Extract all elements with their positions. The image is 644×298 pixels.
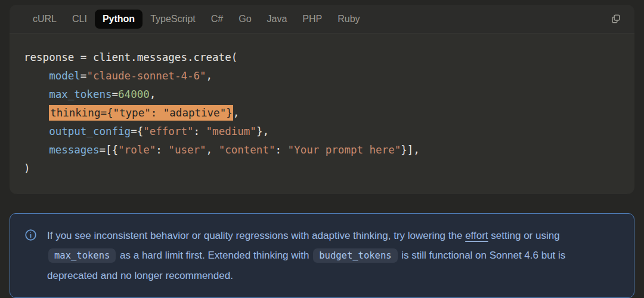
code-token: "Your prompt here" xyxy=(288,144,401,156)
tab-curl[interactable]: cURL xyxy=(25,10,64,29)
code-token: , xyxy=(150,88,156,100)
code-token: }, xyxy=(256,125,269,137)
code-token: = xyxy=(112,88,119,100)
copy-icon xyxy=(610,13,621,24)
code-token: "content" xyxy=(219,144,275,156)
tab-php[interactable]: PHP xyxy=(295,10,330,29)
code-token: : xyxy=(156,144,168,156)
callout-text-segment: setting or using xyxy=(488,230,560,241)
code-token: = xyxy=(80,70,87,82)
code-token: ) xyxy=(24,162,30,174)
code-token: model xyxy=(49,70,80,82)
code-token: "medium" xyxy=(206,125,256,137)
inline-code-chip: max_tokens xyxy=(48,248,116,263)
language-tabbar: cURLCLIPythonTypeScriptC#GoJavaPHPRuby xyxy=(10,5,634,33)
tab-typescript[interactable]: TypeScript xyxy=(143,10,203,29)
info-callout: If you see inconsistent behavior or qual… xyxy=(10,213,634,298)
tab-go[interactable]: Go xyxy=(231,10,259,29)
code-token xyxy=(24,125,49,137)
callout-text-segment: If you see inconsistent behavior or qual… xyxy=(47,230,465,241)
code-token: 64000 xyxy=(118,88,150,100)
tab-ruby[interactable]: Ruby xyxy=(330,10,367,29)
code-token: "role" xyxy=(118,144,156,156)
code-token: response = client.messages.create( xyxy=(24,51,237,63)
code-token: : xyxy=(275,144,287,156)
tab-cli[interactable]: CLI xyxy=(64,10,95,29)
code-token: "claude-sonnet-4-6" xyxy=(86,70,206,82)
effort-link[interactable]: effort xyxy=(465,230,488,241)
code-token xyxy=(24,70,49,82)
info-icon xyxy=(24,229,37,285)
copy-button[interactable] xyxy=(608,11,624,27)
callout-text-segment: as a hard limit first. Extended thinking… xyxy=(117,250,312,261)
code-token: =[{ xyxy=(99,144,118,156)
code-token: : xyxy=(194,125,206,137)
code-token xyxy=(24,88,49,100)
code-token: , xyxy=(233,107,240,119)
code-token: messages xyxy=(49,144,99,156)
tab-c[interactable]: C# xyxy=(203,10,231,29)
code-snippet-card: cURLCLIPythonTypeScriptC#GoJavaPHPRuby r… xyxy=(10,5,634,194)
tab-python[interactable]: Python xyxy=(95,10,143,29)
callout-text: If you see inconsistent behavior or qual… xyxy=(47,226,602,285)
code-token: "effort" xyxy=(143,125,193,137)
code-token: , xyxy=(206,144,219,156)
code-token xyxy=(24,107,49,119)
code-block: response = client.messages.create( model… xyxy=(24,48,620,178)
inline-code-chip: budget_tokens xyxy=(313,248,397,263)
code-token: "user" xyxy=(168,144,206,156)
code-token xyxy=(24,144,49,156)
code-area: response = client.messages.create( model… xyxy=(10,33,634,194)
code-token: output_config xyxy=(49,125,131,137)
tab-java[interactable]: Java xyxy=(259,10,295,29)
highlighted-code-token: thinking={"type": "adaptive"} xyxy=(49,105,233,121)
code-token: , xyxy=(206,70,213,82)
code-token: }], xyxy=(401,144,420,156)
code-token: ={ xyxy=(131,125,143,137)
code-token: max_tokens xyxy=(49,88,112,100)
